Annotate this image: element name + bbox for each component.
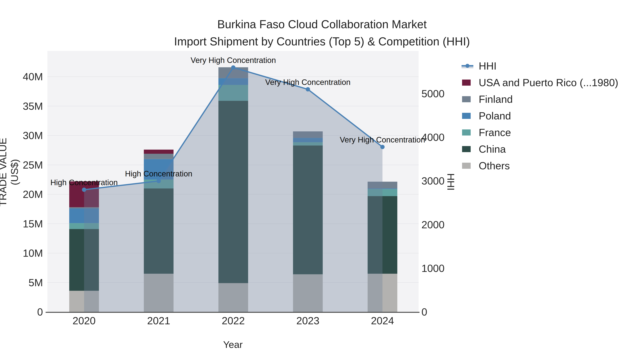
x-tick-2023: 2023 <box>296 315 319 327</box>
bar-segment-usa-and-puerto-rico-1980--2021 <box>144 150 174 154</box>
annotation-2020: High Concentration <box>50 178 118 187</box>
legend-patch-china <box>462 146 471 152</box>
hhi-swatch <box>462 63 473 69</box>
color-swatch-icon <box>462 163 473 169</box>
legend-item-finland: Finland <box>462 91 618 107</box>
legend-patch-finland <box>462 96 471 102</box>
y-right-tick-5000: 5000 <box>422 88 444 99</box>
y-left-tick-40M: 40M <box>0 71 43 82</box>
y-right-tick-1000: 1000 <box>422 263 444 274</box>
y-right-tick-2000: 2000 <box>422 219 444 230</box>
legend-item-france: France <box>462 124 618 141</box>
chart-title-line1: Burkina Faso Cloud Collaboration Market <box>0 16 644 33</box>
hhi-marker-2022 <box>231 65 236 69</box>
legend-label: Poland <box>479 110 511 122</box>
x-tick-2020: 2020 <box>72 315 96 327</box>
x-tick-2024: 2024 <box>371 315 394 327</box>
x-tick-2021: 2021 <box>147 315 170 327</box>
legend-patch-poland <box>462 113 471 119</box>
legend-item-china: China <box>462 141 618 157</box>
chart-title-line2: Import Shipment by Countries (Top 5) & C… <box>0 33 644 50</box>
legend-label: HHI <box>479 60 496 72</box>
legend-label: Others <box>479 160 510 172</box>
x-axis-label: Year <box>223 339 242 350</box>
y-left-tick-15M: 15M <box>0 218 43 230</box>
chart-title: Burkina Faso Cloud Collaboration Market … <box>0 16 644 50</box>
y-left-tick-10M: 10M <box>0 247 43 259</box>
hhi-marker-2024 <box>380 145 384 149</box>
figure: Burkina Faso Cloud Collaboration Market … <box>0 0 644 362</box>
color-swatch-icon <box>462 79 473 86</box>
legend-label: USA and Puerto Rico (...1980) <box>479 76 618 88</box>
y-left-tick-35M: 35M <box>0 100 43 112</box>
legend-patch-france <box>462 129 471 135</box>
y-left-tick-25M: 25M <box>0 159 43 171</box>
legend-patch-others <box>462 163 471 169</box>
bar-segment-finland-2021 <box>144 154 174 159</box>
color-swatch-icon <box>462 129 473 135</box>
legend-label: China <box>479 143 506 155</box>
legend: HHIUSA and Puerto Rico (...1980)FinlandP… <box>462 57 618 174</box>
y-left-tick-20M: 20M <box>0 189 43 200</box>
legend-item-usa-and-puerto-rico-1980-: USA and Puerto Rico (...1980) <box>462 74 618 91</box>
hhi-marker-2021 <box>156 179 161 183</box>
color-swatch-icon <box>462 113 473 119</box>
annotation-2022: Very High Concentration <box>191 56 276 65</box>
annotation-2024: Very High Concentration <box>340 135 425 144</box>
color-swatch-icon <box>462 96 473 102</box>
annotation-2021: High Concentration <box>125 169 192 178</box>
legend-patch-usa-and-puerto-rico-1980- <box>462 79 471 86</box>
y-left-tick-5M: 5M <box>0 277 43 288</box>
legend-item-others: Others <box>462 157 618 174</box>
legend-label: France <box>479 126 511 138</box>
y-axis-right-label: HHI <box>445 159 457 205</box>
hhi-marker-2020 <box>82 188 86 192</box>
hhi-marker-2023 <box>306 87 310 91</box>
hhi-line-swatch-icon <box>462 63 473 69</box>
color-swatch-icon <box>462 146 473 152</box>
annotation-2023: Very High Concentration <box>265 78 350 87</box>
legend-label: Finland <box>479 93 513 105</box>
y-left-tick-0: 0 <box>0 306 43 318</box>
y-right-tick-3000: 3000 <box>422 175 444 187</box>
y-left-tick-30M: 30M <box>0 130 43 141</box>
hhi-marker-swatch <box>466 64 470 68</box>
x-tick-2022: 2022 <box>222 315 245 327</box>
legend-item-hhi: HHI <box>462 57 618 74</box>
y-right-tick-0: 0 <box>422 306 427 318</box>
legend-item-poland: Poland <box>462 107 618 124</box>
